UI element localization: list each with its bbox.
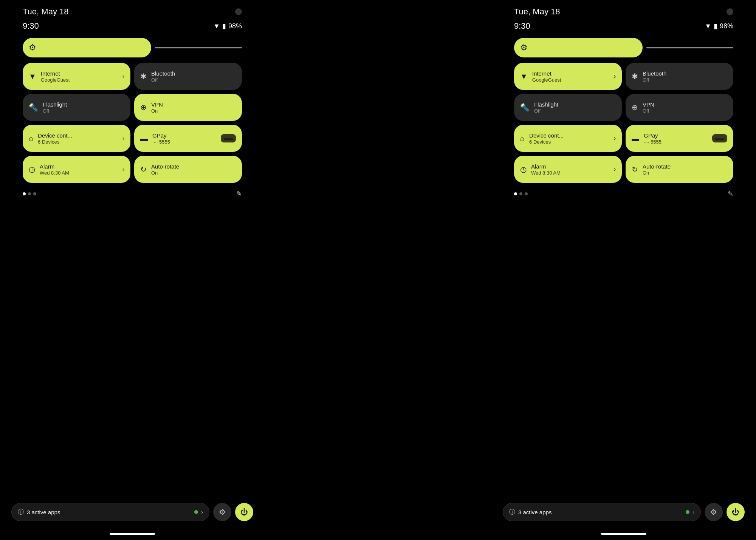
flashlight-tile-icon-left: 🔦 [29, 103, 38, 112]
brightness-icon-left: ⚙ [29, 43, 36, 53]
tile-gpay-left[interactable]: ▬ GPay ···· 5555 ▬▬ [134, 125, 242, 152]
active-apps-pill-left[interactable]: ⓘ 3 active apps › [11, 503, 209, 521]
gpay-card-right: ▬▬ [712, 134, 727, 142]
tile-device-control-left[interactable]: ⌂ Device cont... 6 Devices › [23, 125, 130, 152]
tile-autorotate-right[interactable]: ↻ Auto-rotate On [626, 156, 733, 183]
battery-text-left: 98% [228, 22, 242, 30]
wifi-tile-icon-left: ▼ [29, 72, 36, 81]
brightness-pill-right[interactable]: ⚙ [514, 38, 643, 57]
tile-gpay-right[interactable]: ▬ GPay ···· 5555 ▬▬ [626, 125, 733, 152]
wifi-icon-left: ▼ [213, 22, 220, 30]
gpay-tile-icon-right: ▬ [632, 134, 639, 143]
pill-chevron-left: › [201, 509, 203, 515]
settings-btn-left[interactable]: ⚙ [213, 503, 231, 521]
tile-flashlight-right[interactable]: 🔦 Flashlight Off [514, 94, 622, 121]
status-bar-left: Tue, May 18 [23, 0, 242, 20]
home-indicator-left [110, 533, 155, 535]
tile-vpn-left[interactable]: ⊕ VPN On [134, 94, 242, 121]
dot-2-right[interactable] [519, 192, 522, 195]
tile-alarm-title-right: Alarm [531, 163, 561, 170]
tile-device-subtitle-left: 6 Devices [38, 139, 72, 145]
brightness-track-right[interactable] [646, 47, 733, 48]
tile-gpay-text-left: GPay ···· 5555 [152, 132, 170, 145]
wifi-tile-icon-right: ▼ [520, 72, 528, 81]
tile-device-subtitle-right: 6 Devices [529, 139, 564, 145]
info-icon-right: ⓘ [509, 508, 515, 516]
tile-flashlight-left[interactable]: 🔦 Flashlight Off [23, 94, 130, 121]
device-chevron-left: › [122, 135, 124, 142]
battery-text-right: 98% [720, 22, 733, 30]
tile-bluetooth-right[interactable]: ✱ Bluetooth Off [626, 63, 733, 90]
brightness-icon-right: ⚙ [520, 43, 528, 53]
tile-flashlight-title-left: Flashlight [43, 101, 67, 108]
device-tile-icon-left: ⌂ [29, 134, 33, 143]
tiles-grid-left: ▼ Internet GoogleGuest › ✱ Bluetooth Off… [23, 63, 242, 183]
brightness-row-right[interactable]: ⚙ [514, 38, 733, 57]
tile-alarm-right[interactable]: ◷ Alarm Wed 8:30 AM › [514, 156, 622, 183]
power-btn-left[interactable]: ⏻ [235, 503, 253, 521]
tile-vpn-subtitle-left: On [151, 108, 163, 114]
internet-chevron-left: › [122, 73, 124, 80]
alarm-chevron-left: › [122, 166, 124, 173]
gpay-card-left: ▬▬ [221, 134, 236, 142]
edit-icon-left[interactable]: ✎ [236, 190, 242, 198]
tile-flashlight-subtitle-left: Off [43, 108, 67, 114]
status-date-right: Tue, May 18 [514, 7, 560, 17]
battery-icon-right: ▮ [714, 22, 717, 30]
dot-3-right[interactable] [525, 192, 528, 195]
brightness-row-left[interactable]: ⚙ [23, 38, 242, 57]
tile-alarm-text-right: Alarm Wed 8:30 AM [531, 163, 561, 176]
alarm-chevron-right: › [614, 166, 616, 173]
brightness-pill-left[interactable]: ⚙ [23, 38, 151, 57]
wifi-icon-right: ▼ [705, 22, 711, 30]
tile-autorotate-left[interactable]: ↻ Auto-rotate On [134, 156, 242, 183]
tile-internet-title-left: Internet [41, 70, 70, 77]
page-dots-left [23, 192, 36, 195]
tile-bluetooth-left[interactable]: ✱ Bluetooth Off [134, 63, 242, 90]
dot-1-right[interactable] [514, 192, 517, 195]
green-dot-left [194, 510, 198, 514]
tile-autorotate-text-right: Auto-rotate On [643, 163, 671, 176]
power-btn-right[interactable]: ⏻ [727, 503, 745, 521]
tile-internet-subtitle-right: GoogleGuest [532, 77, 561, 83]
alarm-tile-icon-right: ◷ [520, 165, 527, 174]
edit-icon-right[interactable]: ✎ [728, 190, 733, 198]
device-tile-icon-right: ⌂ [520, 134, 525, 143]
tile-gpay-text-right: GPay ···· 5555 [644, 132, 662, 145]
status-time-row-right: 9:30 ▼ ▮ 98% [514, 20, 733, 38]
vpn-tile-icon-left: ⊕ [140, 103, 147, 112]
gpay-tile-icon-left: ▬ [140, 134, 148, 143]
tile-internet-title-right: Internet [532, 70, 561, 77]
tile-bluetooth-title-left: Bluetooth [151, 70, 175, 77]
dot-2-left[interactable] [28, 192, 31, 195]
tile-internet-right[interactable]: ▼ Internet GoogleGuest › [514, 63, 622, 90]
tile-alarm-subtitle-right: Wed 8:30 AM [531, 170, 561, 176]
bluetooth-tile-icon-left: ✱ [140, 72, 147, 81]
tile-vpn-right[interactable]: ⊕ VPN Off [626, 94, 733, 121]
tile-internet-left[interactable]: ▼ Internet GoogleGuest › [23, 63, 130, 90]
settings-icon-left: ⚙ [219, 508, 226, 517]
dot-3-left[interactable] [33, 192, 36, 195]
green-dot-right [686, 510, 689, 514]
power-icon-left: ⏻ [240, 508, 248, 517]
indicators-row-left: ✎ [23, 187, 242, 201]
active-apps-pill-right[interactable]: ⓘ 3 active apps › [503, 503, 701, 521]
tile-flashlight-text-right: Flashlight Off [534, 101, 558, 114]
tile-alarm-left[interactable]: ◷ Alarm Wed 8:30 AM › [23, 156, 130, 183]
brightness-track-left[interactable] [155, 47, 242, 48]
status-icons-right: ▼ ▮ 98% [705, 22, 733, 30]
tile-flashlight-text-left: Flashlight Off [43, 101, 67, 114]
settings-btn-right[interactable]: ⚙ [705, 503, 723, 521]
tile-alarm-subtitle-left: Wed 8:30 AM [40, 170, 69, 176]
dot-1-left[interactable] [23, 192, 26, 195]
power-icon-right: ⏻ [732, 508, 739, 517]
tile-device-control-right[interactable]: ⌂ Device cont... 6 Devices › [514, 125, 622, 152]
tile-vpn-text-left: VPN On [151, 101, 163, 114]
internet-chevron-right: › [614, 73, 616, 80]
tile-gpay-subtitle-left: ···· 5555 [152, 139, 170, 145]
tile-vpn-text-right: VPN Off [643, 101, 654, 114]
tile-internet-text-right: Internet GoogleGuest [532, 70, 561, 83]
status-bar-right: Tue, May 18 [514, 0, 733, 20]
battery-icon-left: ▮ [222, 22, 226, 30]
tile-gpay-title-right: GPay [644, 132, 662, 139]
